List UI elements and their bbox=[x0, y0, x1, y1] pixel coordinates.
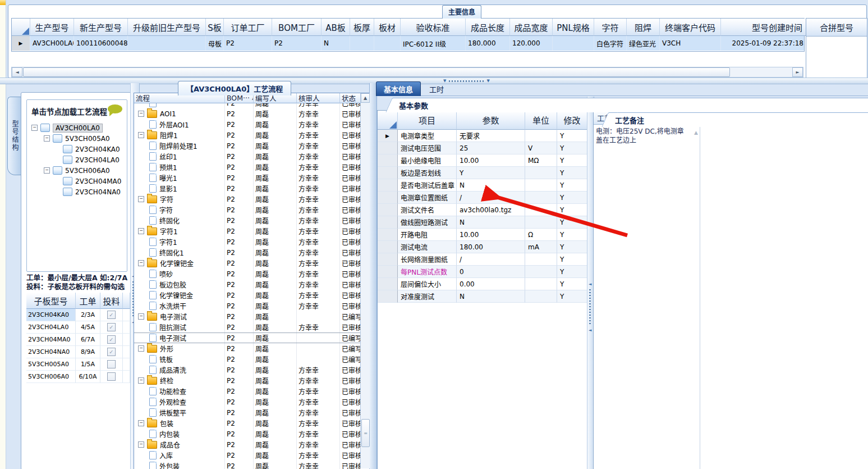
process-row[interactable]: 阻抗测试P2周磊方幸幸已审核 bbox=[134, 322, 370, 333]
process-row[interactable]: −电子测试P2周磊已编写 bbox=[134, 311, 370, 322]
column-header[interactable]: 板材 bbox=[374, 19, 401, 36]
column-header[interactable]: 核审人 bbox=[297, 93, 340, 103]
column-header[interactable]: PNL规格 bbox=[553, 19, 594, 36]
tab-process-remark[interactable]: 工艺备注 bbox=[609, 112, 868, 127]
column-header[interactable]: 工单 bbox=[76, 293, 100, 309]
tab-main-info[interactable]: 主要信息 bbox=[442, 5, 481, 19]
tab-basic-info[interactable]: 基本信息 bbox=[376, 81, 421, 96]
vscroll-thumb[interactable]: ≡ bbox=[361, 419, 370, 447]
column-header[interactable]: 订单工厂 bbox=[224, 19, 272, 36]
checkbox[interactable]: ✓ bbox=[107, 323, 116, 331]
param-value-cell[interactable]: 180.00 bbox=[457, 241, 525, 253]
collapse-icon[interactable]: − bbox=[138, 111, 144, 117]
param-row[interactable]: 开路电阻10.00ΩY bbox=[378, 229, 587, 241]
collapse-icon[interactable]: − bbox=[138, 313, 144, 320]
center-splitter[interactable] bbox=[369, 83, 377, 469]
process-row[interactable]: 曝光1P2周磊方幸幸已审核 bbox=[134, 172, 370, 183]
checkbox[interactable]: ✓ bbox=[107, 335, 116, 344]
process-row[interactable]: −化学镍钯金P2周磊方幸幸已审核 bbox=[134, 258, 370, 268]
checkbox[interactable] bbox=[107, 360, 116, 368]
collapse-icon[interactable]: − bbox=[138, 441, 144, 448]
param-row[interactable]: 是否电测试后盖章NY bbox=[378, 179, 587, 192]
param-row[interactable]: 每PNL测试点数0Y bbox=[378, 266, 587, 278]
column-header[interactable]: 验收标准 bbox=[401, 19, 466, 36]
column-header[interactable]: 成品长度 bbox=[466, 19, 510, 36]
tree-node[interactable]: −5V3CH005A0 bbox=[30, 133, 126, 144]
param-value-cell[interactable]: av3ch00la0.tgz bbox=[457, 204, 525, 216]
process-row[interactable]: 内包装P2周磊方幸幸已审核 bbox=[134, 429, 370, 439]
hscroll-track[interactable] bbox=[730, 67, 792, 77]
model-remark-text[interactable] bbox=[700, 125, 868, 469]
process-vscrollbar[interactable]: ▲ ≡ bbox=[360, 93, 370, 468]
column-header[interactable]: 型号创建时间 bbox=[721, 19, 806, 36]
select-all-icon[interactable] bbox=[389, 121, 397, 129]
param-value-cell[interactable]: N bbox=[457, 290, 525, 303]
process-row[interactable]: 丝印1P2周磊方幸幸已审核 bbox=[134, 151, 370, 162]
param-row[interactable]: 做线圈短路测试NY bbox=[378, 216, 587, 229]
process-row[interactable]: 板边包胶P2周磊方幸幸已审核 bbox=[134, 279, 370, 290]
param-row[interactable]: 层间偏位大小0.00Y bbox=[378, 278, 587, 290]
process-row[interactable]: 水洗烘干P2周磊方幸幸已审核 bbox=[134, 300, 370, 311]
param-value-cell[interactable]: 10.00 bbox=[457, 154, 525, 167]
table-row[interactable]: 2V3CH04LA04/5A✓ bbox=[26, 321, 130, 334]
column-header[interactable]: 升级前旧生产型号 bbox=[128, 19, 206, 36]
process-row[interactable]: 终固化1P2周磊方幸幸已审核 bbox=[134, 247, 370, 258]
param-value-cell[interactable]: / bbox=[457, 192, 525, 204]
process-row[interactable]: 铣板P2周磊已编写 bbox=[134, 354, 370, 365]
tree-node[interactable]: 2V3CH04NA0 bbox=[30, 186, 126, 197]
checkbox[interactable]: ✓ bbox=[107, 311, 116, 319]
checkbox[interactable] bbox=[107, 372, 116, 381]
tab-work-hours[interactable]: 工时 bbox=[422, 82, 451, 96]
process-row[interactable]: 外观检查P2周磊方幸幸已审核 bbox=[134, 397, 370, 407]
tree-node[interactable]: −AV3CH00LA0 bbox=[30, 122, 126, 133]
param-row[interactable]: 测试电流180.00mAY bbox=[378, 241, 587, 253]
process-row[interactable]: 功能检查P2周磊方幸幸已审核 bbox=[134, 386, 370, 397]
column-header[interactable]: 修改 bbox=[557, 111, 587, 130]
select-all-icon[interactable] bbox=[22, 28, 29, 35]
collapse-icon[interactable]: − bbox=[138, 345, 144, 352]
param-value-cell[interactable]: N bbox=[457, 179, 525, 192]
process-row[interactable]: 阻焊前处理1P2周磊方幸幸已审核 bbox=[134, 140, 370, 151]
process-row[interactable]: 外包装P2周磊方幸幸已审核 bbox=[134, 461, 370, 469]
process-row[interactable]: 外层AOI1P2周磊方幸幸已审核 bbox=[134, 119, 370, 130]
collapse-icon[interactable]: − bbox=[138, 196, 144, 202]
table-row[interactable]: 2V3CH04MA06/7A✓ bbox=[26, 334, 130, 346]
param-value-cell[interactable]: / bbox=[457, 253, 525, 266]
param-row[interactable]: 长网络测量图纸/Y bbox=[378, 253, 587, 266]
process-row[interactable]: −外形P2周磊已编写 bbox=[134, 343, 370, 354]
param-row[interactable]: 对准度测试NY bbox=[378, 290, 587, 303]
process-row[interactable]: 电子测试P2周磊已编写 bbox=[134, 333, 370, 343]
process-row[interactable]: 字符1P2周磊方幸幸已审核 bbox=[134, 236, 370, 247]
param-value-cell[interactable]: 无要求 bbox=[457, 130, 525, 142]
tree-node[interactable]: 2V3CH04MA0 bbox=[30, 176, 126, 186]
table-row[interactable]: 5V3CH005A01/5A bbox=[26, 358, 130, 371]
process-row[interactable]: 成品清洗P2周磊方幸幸已审核 bbox=[134, 365, 370, 375]
column-header[interactable]: 字符 bbox=[594, 19, 627, 36]
tab-model-structure[interactable]: 型号结构 bbox=[7, 97, 22, 175]
process-row[interactable]: −成品仓P2周磊方幸幸已审核 bbox=[134, 439, 370, 450]
collapse-icon[interactable]: − bbox=[138, 228, 144, 234]
param-value-cell[interactable]: 0.00 bbox=[457, 278, 525, 290]
process-row[interactable]: 预烘1P2周磊方幸幸已审核 bbox=[134, 162, 370, 172]
collapse-icon[interactable]: − bbox=[44, 167, 50, 174]
column-header[interactable]: 阻焊 bbox=[627, 19, 660, 36]
scroll-up-icon[interactable]: ▲ bbox=[694, 128, 698, 137]
collapse-icon[interactable]: − bbox=[138, 377, 144, 384]
collapse-icon[interactable]: − bbox=[138, 260, 144, 266]
param-value-cell[interactable]: N bbox=[457, 216, 525, 229]
column-header[interactable]: 终端客户代码 bbox=[660, 19, 721, 36]
column-header[interactable]: 板厚 bbox=[350, 19, 374, 36]
top-grid-hscrollbar[interactable]: ◄ ► bbox=[11, 67, 803, 78]
collapse-icon[interactable]: − bbox=[138, 420, 144, 426]
param-row[interactable]: 最小绝缘电阻10.00MΩY bbox=[378, 154, 587, 167]
collapse-icon[interactable]: − bbox=[44, 135, 50, 142]
tab-basic-params[interactable]: 基本参数 bbox=[393, 98, 868, 112]
param-row[interactable]: 测试文件名av3ch00la0.tgzY bbox=[378, 204, 587, 216]
process-row[interactable]: 字符P2周磊方幸幸已审核 bbox=[134, 204, 370, 215]
column-header[interactable]: BOM工厂 bbox=[272, 19, 322, 36]
scroll-right-icon[interactable]: ► bbox=[792, 67, 803, 77]
process-row[interactable]: 入库P2周磊方幸幸已审核 bbox=[134, 450, 370, 461]
column-header[interactable]: 生产型号 bbox=[30, 19, 74, 36]
column-header[interactable]: 状态 bbox=[340, 93, 361, 103]
table-row[interactable]: 5V3CH006A06/10A bbox=[26, 371, 130, 383]
